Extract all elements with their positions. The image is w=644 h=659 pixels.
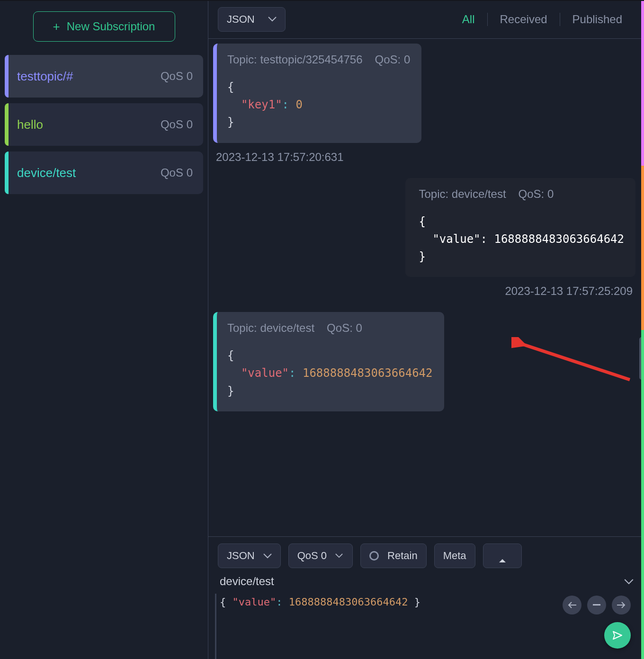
subscription-color-bar bbox=[5, 151, 9, 194]
composer-topic-row[interactable]: device/test bbox=[208, 573, 644, 593]
message-topic: Topic: testtopic/325454756 bbox=[227, 53, 363, 66]
message-header: Topic: testtopic/325454756 QoS: 0 bbox=[227, 53, 410, 66]
message-qos: QoS: 0 bbox=[327, 321, 362, 335]
main-panel: JSON All Received Published .m1::before{… bbox=[208, 0, 644, 659]
subscription-qos: QoS 0 bbox=[161, 118, 193, 131]
message-timestamp: 2023-12-13 17:57:25:209 bbox=[505, 285, 633, 298]
editor-history-nav bbox=[563, 596, 631, 614]
collapse-composer-button[interactable] bbox=[483, 543, 522, 568]
subscription-qos: QoS 0 bbox=[161, 166, 193, 179]
meta-button[interactable]: Meta bbox=[434, 543, 475, 568]
message-published[interactable]: Topic: device/test QoS: 0 { "value": 168… bbox=[405, 178, 635, 277]
subscription-color-bar bbox=[5, 55, 9, 98]
send-icon bbox=[612, 630, 623, 641]
retain-toggle[interactable]: Retain bbox=[360, 543, 427, 568]
window-top-border bbox=[0, 0, 644, 1]
messages-toolbar: JSON All Received Published bbox=[208, 0, 644, 39]
publish-composer: JSON QoS 0 Retain Meta bbox=[208, 536, 644, 659]
subscription-color-bar bbox=[5, 103, 9, 146]
message-payload: { "value": 1688888483063664642 } bbox=[227, 347, 433, 400]
tab-all[interactable]: All bbox=[450, 13, 487, 26]
message-timestamp: 2023-12-13 17:57:20:631 bbox=[216, 151, 344, 164]
message-topic: Topic: device/test bbox=[227, 321, 314, 335]
new-subscription-label: New Subscription bbox=[67, 20, 155, 33]
window-edge-decoration bbox=[641, 1, 644, 659]
new-subscription-button[interactable]: + New Subscription bbox=[33, 11, 175, 42]
composer-format-select[interactable]: JSON bbox=[218, 543, 281, 568]
message-header: Topic: device/test QoS: 0 bbox=[419, 187, 624, 201]
tab-received[interactable]: Received bbox=[488, 13, 560, 26]
subscription-name: hello bbox=[17, 117, 161, 132]
svg-rect-1 bbox=[593, 604, 600, 606]
composer-options-row: JSON QoS 0 Retain Meta bbox=[208, 537, 644, 573]
plus-icon: + bbox=[53, 20, 60, 33]
send-button[interactable] bbox=[604, 622, 631, 649]
history-clear-button[interactable] bbox=[587, 596, 606, 614]
payload-format-select[interactable]: JSON bbox=[218, 7, 286, 32]
history-prev-button[interactable] bbox=[563, 596, 581, 614]
message-topic: Topic: device/test bbox=[419, 187, 506, 201]
message-qos: QoS: 0 bbox=[375, 53, 411, 66]
subscription-qos: QoS 0 bbox=[161, 70, 193, 83]
message-received[interactable]: Topic: device/test QoS: 0 { "value": 168… bbox=[213, 312, 444, 411]
chevron-down-icon bbox=[335, 553, 344, 559]
subscriptions-sidebar: + New Subscription testtopic/# QoS 0 hel… bbox=[0, 0, 208, 659]
message-received[interactable]: .m1::before{background:#8b8cfd} /*noop*/… bbox=[213, 44, 421, 143]
radio-unchecked-icon bbox=[369, 551, 379, 561]
message-stream[interactable]: .m1::before{background:#8b8cfd} /*noop*/… bbox=[208, 39, 644, 536]
payload-format-value: JSON bbox=[227, 13, 255, 26]
chevron-down-icon bbox=[263, 553, 272, 559]
tab-published[interactable]: Published bbox=[560, 13, 635, 26]
message-payload: { "value": 1688888483063664642 } bbox=[419, 213, 624, 266]
subscription-item[interactable]: device/test QoS 0 bbox=[5, 151, 203, 194]
composer-topic-input[interactable]: device/test bbox=[220, 575, 617, 588]
subscription-item[interactable]: hello QoS 0 bbox=[5, 103, 203, 146]
editor-gutter bbox=[215, 594, 216, 659]
composer-qos-select[interactable]: QoS 0 bbox=[288, 543, 353, 568]
subscription-name: testtopic/# bbox=[17, 69, 161, 84]
message-filter-tabs: All Received Published bbox=[450, 13, 635, 26]
history-next-button[interactable] bbox=[612, 596, 631, 614]
chevron-down-icon[interactable] bbox=[624, 579, 633, 584]
subscription-name: device/test bbox=[17, 166, 161, 180]
message-qos: QoS: 0 bbox=[519, 187, 554, 201]
composer-payload-editor[interactable]: { "value": 1688888483063664642 } bbox=[208, 593, 644, 659]
message-header: Topic: device/test QoS: 0 bbox=[227, 321, 433, 335]
annotation-arrow-icon bbox=[511, 337, 635, 384]
caret-up-icon bbox=[499, 553, 506, 558]
subscription-list: testtopic/# QoS 0 hello QoS 0 device/tes… bbox=[5, 55, 203, 194]
message-payload: { "key1": 0 } bbox=[227, 79, 410, 132]
subscription-item[interactable]: testtopic/# QoS 0 bbox=[5, 55, 203, 98]
chevron-down-icon bbox=[268, 17, 277, 22]
svg-line-0 bbox=[521, 344, 630, 380]
